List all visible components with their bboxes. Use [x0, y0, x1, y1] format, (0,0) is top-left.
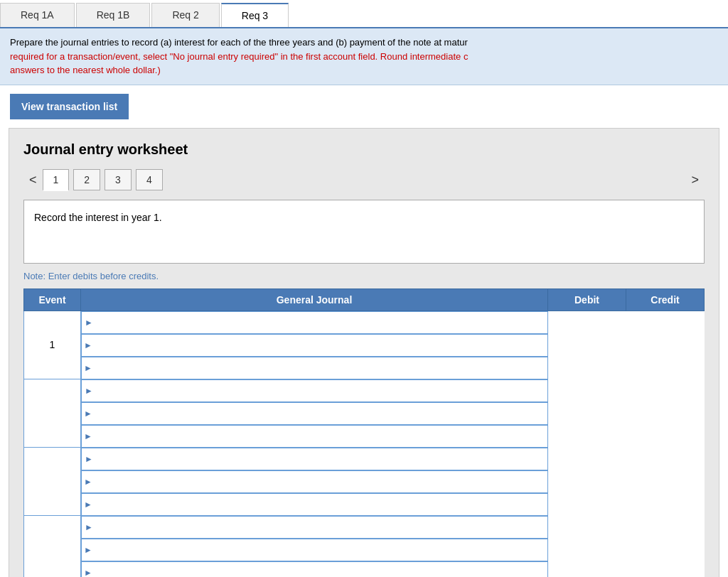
credit-input-3[interactable] [95, 562, 547, 578]
arrow-icon-credit-2: ► [82, 500, 95, 509]
credit-cell-1[interactable]: ► [81, 425, 548, 448]
credit-cell-2[interactable]: ► [81, 493, 548, 516]
arrow-icon-journal-3: ► [82, 522, 96, 532]
view-transaction-button[interactable]: View transaction list [10, 94, 129, 119]
arrow-icon-debit-0: ► [82, 340, 95, 350]
step-button-4[interactable]: 4 [136, 169, 163, 190]
instructions-text-red2: answers to the nearest whole dollar.) [10, 65, 161, 75]
event-cell-1 [24, 379, 81, 448]
table-row: 1►►► [24, 311, 705, 379]
journal-input-0[interactable] [96, 312, 547, 333]
arrow-icon-journal-0: ► [82, 318, 96, 328]
nav-prev-arrow[interactable]: < [23, 170, 43, 190]
note-text: Note: Enter debits before credits. [23, 271, 705, 281]
arrow-icon-debit-2: ► [82, 477, 95, 487]
table-row: ►►► [24, 379, 705, 448]
tabs-bar: Req 1A Req 1B Req 2 Req 3 [0, 0, 728, 28]
instructions-text-black: Prepare the journal entries to record (a… [10, 37, 468, 48]
instruction-text: Record the interest in year 1. [34, 212, 162, 223]
debit-input-1[interactable] [95, 403, 547, 424]
tab-req1b[interactable]: Req 1B [76, 3, 151, 27]
tab-req2[interactable]: Req 2 [151, 3, 219, 27]
arrow-icon-journal-2: ► [82, 454, 96, 464]
worksheet-title: Journal entry worksheet [23, 141, 705, 158]
journal-cell-0[interactable]: ► [81, 311, 548, 334]
credit-cell-3[interactable]: ► [81, 561, 548, 578]
arrow-icon-debit-1: ► [82, 409, 95, 419]
table-row: ►►► [24, 448, 705, 516]
debit-cell-2[interactable]: ► [81, 470, 548, 493]
journal-table: Event General Journal Debit Credit 1►►►►… [23, 288, 705, 578]
journal-cell-2[interactable]: ► [81, 448, 548, 470]
instruction-box: Record the interest in year 1. [23, 200, 705, 264]
journal-cell-1[interactable]: ► [81, 379, 548, 402]
credit-input-2[interactable] [95, 494, 547, 515]
instructions-banner: Prepare the journal entries to record (a… [0, 28, 728, 85]
credit-input-0[interactable] [95, 357, 547, 379]
col-header-event: Event [24, 288, 81, 311]
arrow-icon-credit-0: ► [82, 363, 95, 373]
step-nav: < 1 2 3 4 > [23, 169, 705, 191]
worksheet-panel: Journal entry worksheet < 1 2 3 4 > Reco… [9, 128, 719, 578]
debit-input-2[interactable] [95, 471, 547, 492]
debit-input-0[interactable] [95, 335, 547, 356]
debit-cell-1[interactable]: ► [81, 402, 548, 425]
arrow-icon-credit-3: ► [82, 568, 95, 578]
col-header-credit: Credit [626, 288, 705, 311]
event-cell-2 [24, 448, 81, 516]
arrow-icon-journal-1: ► [82, 386, 96, 396]
tab-req3[interactable]: Req 3 [221, 3, 289, 27]
arrow-icon-credit-1: ► [82, 431, 95, 441]
arrow-icon-debit-3: ► [82, 545, 95, 555]
event-cell-3 [24, 516, 81, 578]
col-header-debit: Debit [548, 288, 626, 311]
step-button-1[interactable]: 1 [43, 169, 70, 191]
nav-next-arrow[interactable]: > [685, 170, 705, 190]
event-cell-0: 1 [24, 311, 81, 379]
step-button-3[interactable]: 3 [105, 169, 132, 190]
instructions-text-red1: required for a transaction/event, select… [10, 51, 468, 62]
table-row: ►►► [24, 516, 705, 578]
credit-input-1[interactable] [95, 426, 547, 447]
debit-input-3[interactable] [95, 539, 547, 561]
col-header-journal: General Journal [81, 288, 548, 311]
journal-cell-3[interactable]: ► [81, 516, 548, 539]
journal-input-3[interactable] [96, 517, 547, 538]
journal-input-2[interactable] [96, 448, 547, 470]
debit-cell-0[interactable]: ► [81, 334, 548, 357]
credit-cell-0[interactable]: ► [81, 357, 548, 379]
debit-cell-3[interactable]: ► [81, 539, 548, 561]
journal-input-1[interactable] [96, 380, 547, 401]
tab-req1a[interactable]: Req 1A [0, 3, 75, 27]
step-button-2[interactable]: 2 [73, 169, 100, 190]
